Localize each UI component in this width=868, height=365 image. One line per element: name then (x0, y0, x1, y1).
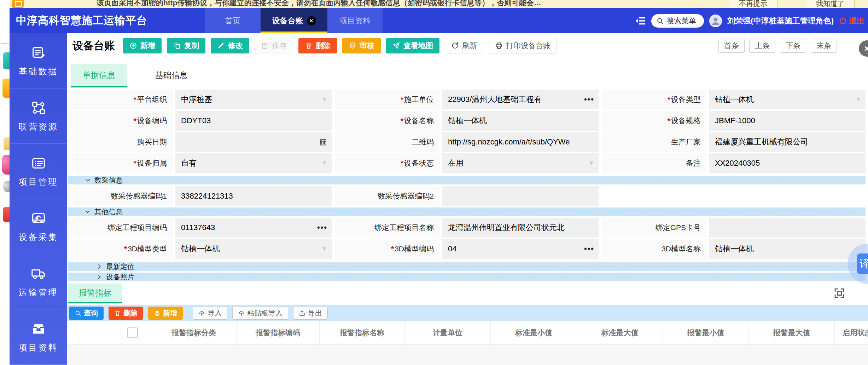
manufacturer-input[interactable]: 福建厦兴重工机械有限公司 (709, 132, 866, 152)
required-mark: * (391, 245, 394, 253)
tab-document-info[interactable]: 单据信息 (71, 64, 127, 87)
chevron-down-icon (84, 208, 91, 215)
field-bound-project-name: 绑定工程项目名称 龙湾温州伟明置业有限公司状元北 (335, 218, 599, 238)
nav-tab-equipment-ledger[interactable]: 设备台账 × (261, 8, 327, 33)
field-remark: 备注 XX20240305 (602, 153, 866, 173)
layers-icon (154, 310, 161, 316)
sensor-code-2-input[interactable] (442, 186, 599, 206)
page-title: 设备台账 (72, 39, 115, 53)
section-equipment-photos[interactable]: 设备照片 (68, 273, 866, 281)
user-avatar-icon[interactable] (709, 14, 722, 28)
sidebar-item-joint-resources[interactable]: 联营资源 (10, 89, 67, 144)
equipment-code-input[interactable]: DDYT03 (175, 111, 332, 131)
sidebar-item-transport-management[interactable]: 运输管理 (10, 254, 67, 309)
sidebar-item-project-files[interactable]: 项目资料 (10, 309, 67, 365)
field-3d-model-name: 3D模型名称 钻植一体机 (602, 239, 866, 259)
menu-fold-icon[interactable] (634, 15, 646, 27)
edit-button[interactable]: 修改 (211, 38, 249, 53)
construction-unit-lookup[interactable]: 22903/温州大地基础工程有••• (442, 90, 599, 109)
copy-button[interactable]: 复制 (167, 38, 205, 53)
dock-icon-yellow[interactable] (4, 137, 10, 150)
sensor-code-1-input[interactable]: 338224121313 (175, 186, 332, 206)
import-button[interactable]: 导入 (193, 307, 227, 320)
section-latest-location[interactable]: 最新定位 (68, 262, 866, 271)
pencil-icon (217, 42, 225, 50)
current-user-label[interactable]: 刘荣强(中淳桩基施工管理角色) (727, 16, 834, 26)
main-sidebar: 基础数据 联营资源 (10, 33, 67, 365)
equipment-type-select[interactable]: 钻植一体机▼ (709, 90, 866, 109)
bound-project-code-lookup[interactable]: 01137643••• (175, 218, 332, 238)
export-button[interactable]: 导出 (293, 307, 328, 320)
dock-icon-magenta[interactable] (2, 155, 10, 175)
delete-button[interactable]: 删除 (298, 38, 337, 53)
sidebar-item-device-collection[interactable]: 设备采集 (10, 199, 67, 254)
save-button[interactable]: 保存 (255, 38, 293, 53)
nav-tab-home[interactable]: 首页 (205, 8, 261, 33)
clipboard-import-button[interactable]: 粘贴板导入 (232, 307, 288, 320)
ellipsis-lookup-icon[interactable]: ••• (584, 244, 594, 253)
purchase-date-input[interactable] (175, 132, 332, 152)
refresh-button[interactable]: 刷新 (445, 38, 483, 53)
equipment-spec-input[interactable]: JBMF-1000 (709, 111, 866, 131)
chevron-right-icon (96, 263, 103, 270)
column-header: 启用状态 (835, 321, 868, 344)
qr-code-input[interactable]: http://sg.nbzcgk.com/a/t/sub/QYWe (442, 132, 599, 152)
equipment-status-select[interactable]: 在用▼ (442, 153, 599, 173)
content-pane: 设备台账 新增 复制 修改 (67, 33, 868, 365)
sidebar-item-project-management[interactable]: 项目管理 (10, 144, 67, 199)
close-icon[interactable]: × (307, 16, 316, 25)
bound-project-name-input[interactable]: 龙湾温州伟明置业有限公司状元北 (442, 218, 599, 238)
previous-record-button[interactable]: 上条 (749, 39, 775, 53)
alarm-add-button[interactable]: 新增 (148, 307, 183, 320)
dock-icon-orange[interactable] (2, 79, 10, 98)
first-record-button[interactable]: 首条 (718, 39, 745, 53)
3d-model-code-lookup[interactable]: 04••• (442, 239, 599, 259)
field-3d-model-type: *3D模型类型 钻植一体机▼ (68, 239, 332, 259)
print-ledger-button[interactable]: 打印设备台账 (489, 38, 557, 53)
fullscreen-icon[interactable] (833, 286, 846, 300)
dock-icon-gray[interactable] (3, 181, 10, 192)
ellipsis-lookup-icon[interactable]: ••• (317, 223, 327, 232)
field-equipment-type: *设备类型 钻植一体机▼ (602, 90, 866, 109)
warning-confirm-button[interactable]: 我知道了 (806, 0, 855, 8)
remark-input[interactable]: XX20240305 (709, 153, 866, 173)
clipboard-icon (261, 42, 269, 50)
paper-plane-icon (392, 42, 400, 50)
equipment-ownership-select[interactable]: 自有▼ (175, 153, 332, 173)
nav-tab-project-files[interactable]: 项目资料 (327, 8, 383, 33)
add-button[interactable]: 新增 (123, 38, 162, 53)
section-data-collection[interactable]: 数采信息 (68, 176, 866, 184)
platform-org-select[interactable]: 中淳桩基▼ (175, 90, 332, 109)
navbar-right-cluster: 搜索菜单 刘荣强(中淳桩基施工管理角色) 退出 (634, 8, 864, 33)
field-equipment-code: *设备编码 DDYT03 (68, 111, 332, 131)
search-menu-button[interactable]: 搜索菜单 (651, 14, 704, 28)
dock-icon-red[interactable] (3, 207, 10, 222)
bound-gps-card-input[interactable] (709, 218, 866, 238)
logout-button[interactable]: 退出 (839, 16, 864, 26)
next-record-button[interactable]: 下条 (780, 39, 806, 53)
required-mark: * (668, 95, 670, 104)
tab-basic-info[interactable]: 基础信息 (143, 64, 200, 87)
3d-model-name-input[interactable]: 钻植一体机 (709, 239, 866, 259)
alarm-delete-button[interactable]: 删除 (109, 307, 143, 320)
section-other-info[interactable]: 其他信息 (68, 207, 866, 216)
view-map-button[interactable]: 查看地图 (386, 38, 439, 53)
export-icon (299, 310, 305, 316)
plus-circle-icon (129, 42, 137, 50)
dock-icon-teal[interactable] (3, 52, 10, 69)
ellipsis-lookup-icon[interactable]: ••• (584, 95, 594, 104)
query-button[interactable]: 查询 (69, 307, 104, 320)
last-record-button[interactable]: 末条 (811, 39, 837, 53)
truck-icon (30, 266, 47, 282)
translate-float-button[interactable]: 译 (857, 253, 868, 274)
select-all-checkbox[interactable] (127, 327, 138, 338)
tab-alarm-indicators[interactable]: 报警指标 (68, 284, 122, 303)
3d-model-type-select[interactable]: 钻植一体机▼ (175, 239, 332, 259)
sidebar-item-base-data[interactable]: 基础数据 (10, 33, 67, 89)
chevron-down-icon: ▼ (321, 96, 327, 103)
equipment-name-input[interactable]: 钻植一体机 (442, 111, 599, 131)
warning-dismiss-button[interactable]: 不再提示 (729, 0, 777, 8)
calendar-icon[interactable] (319, 138, 327, 146)
audit-button[interactable]: 审核 (342, 38, 381, 53)
alarm-toolbar: 查询 删除 新增 导入 (67, 305, 868, 321)
